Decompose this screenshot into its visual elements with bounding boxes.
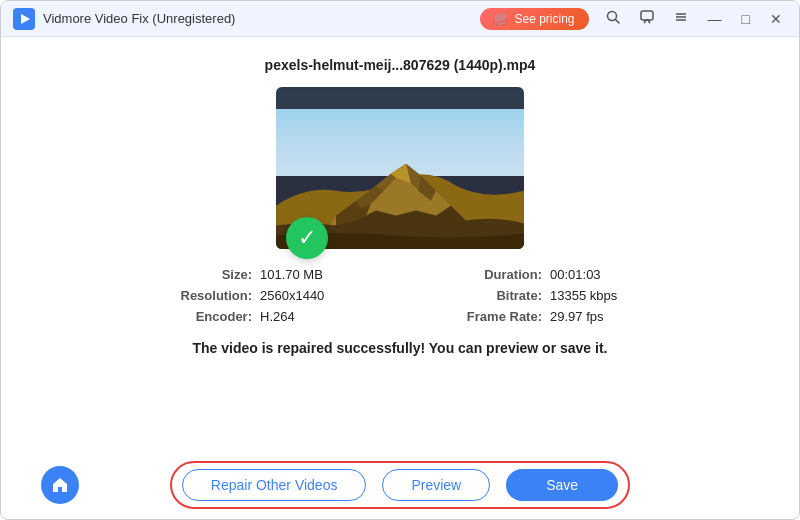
home-button[interactable] xyxy=(41,466,79,504)
app-logo xyxy=(13,8,35,30)
framerate-value: 29.97 fps xyxy=(550,309,670,324)
app-title: Vidmore Video Fix (Unregistered) xyxy=(43,11,480,26)
info-grid: Size: 101.70 MB Duration: 00:01:03 Resol… xyxy=(130,267,670,324)
preview-button[interactable]: Preview xyxy=(382,469,490,501)
save-button[interactable]: Save xyxy=(506,469,618,501)
menu-button[interactable] xyxy=(669,8,693,29)
encoder-label: Encoder: xyxy=(130,309,260,324)
svg-line-3 xyxy=(615,20,619,24)
window-controls: — □ ✕ xyxy=(601,8,787,29)
search-button[interactable] xyxy=(601,8,625,29)
main-content: pexels-helmut-meij...807629 (1440p).mp4 xyxy=(1,37,799,451)
success-message: The video is repaired successfully! You … xyxy=(193,340,608,356)
titlebar: Vidmore Video Fix (Unregistered) 🛒 See p… xyxy=(1,1,799,37)
maximize-button[interactable]: □ xyxy=(737,9,755,29)
duration-value: 00:01:03 xyxy=(550,267,670,282)
success-badge: ✓ xyxy=(286,217,328,259)
svg-rect-4 xyxy=(641,11,653,20)
chat-button[interactable] xyxy=(635,8,659,29)
framerate-label: Frame Rate: xyxy=(420,309,550,324)
bottom-bar: Repair Other Videos Preview Save xyxy=(1,451,799,519)
file-name: pexels-helmut-meij...807629 (1440p).mp4 xyxy=(265,57,536,73)
encoder-value: H.264 xyxy=(260,309,420,324)
resolution-value: 2560x1440 xyxy=(260,288,420,303)
see-pricing-button[interactable]: 🛒 See pricing xyxy=(480,8,588,30)
close-button[interactable]: ✕ xyxy=(765,9,787,29)
check-icon: ✓ xyxy=(298,227,316,249)
home-icon xyxy=(51,476,69,494)
size-label: Size: xyxy=(130,267,260,282)
resolution-label: Resolution: xyxy=(130,288,260,303)
cart-icon: 🛒 xyxy=(494,12,509,26)
video-topbar xyxy=(276,87,524,109)
bitrate-value: 13355 kbps xyxy=(550,288,670,303)
repair-other-button[interactable]: Repair Other Videos xyxy=(182,469,367,501)
action-buttons-group: Repair Other Videos Preview Save xyxy=(170,461,630,509)
minimize-button[interactable]: — xyxy=(703,9,727,29)
bitrate-label: Bitrate: xyxy=(420,288,550,303)
size-value: 101.70 MB xyxy=(260,267,420,282)
video-thumbnail: ✓ xyxy=(276,87,524,249)
duration-label: Duration: xyxy=(420,267,550,282)
